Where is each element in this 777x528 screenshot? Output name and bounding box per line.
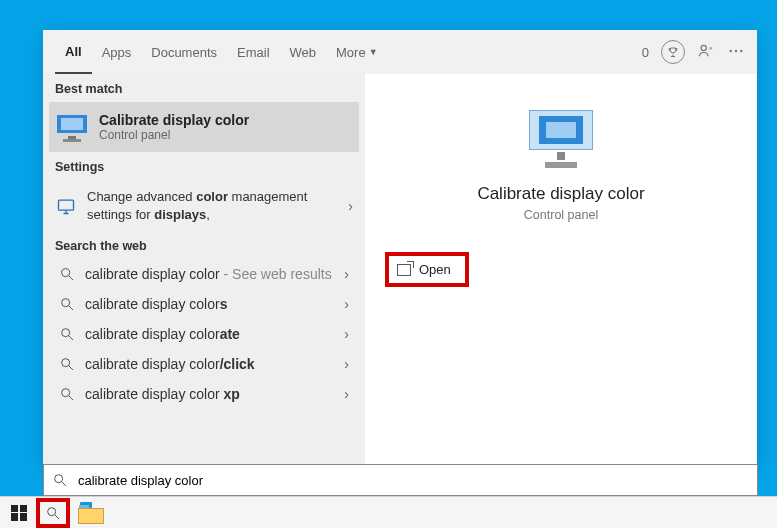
settings-result-text: Change advanced color management setting… xyxy=(87,188,338,223)
svg-point-13 xyxy=(62,389,70,397)
start-button[interactable] xyxy=(4,499,34,527)
chevron-right-icon: › xyxy=(344,266,349,282)
taskbar xyxy=(0,496,777,528)
tab-email[interactable]: Email xyxy=(227,30,280,74)
open-label: Open xyxy=(419,262,451,277)
monitor-large-icon xyxy=(529,110,593,168)
preview-title: Calibrate display color xyxy=(477,184,644,204)
svg-point-17 xyxy=(48,507,56,515)
search-icon xyxy=(52,472,68,488)
search-scope-tabs: All Apps Documents Email Web More ▼ 0 xyxy=(43,30,757,74)
svg-line-8 xyxy=(69,306,73,310)
web-result[interactable]: calibrate display color - See web result… xyxy=(43,259,365,289)
svg-point-15 xyxy=(55,475,63,483)
settings-result[interactable]: Change advanced color management setting… xyxy=(43,180,365,231)
chevron-right-icon: › xyxy=(348,198,353,214)
tab-web[interactable]: Web xyxy=(280,30,327,74)
account-icon[interactable] xyxy=(697,42,715,63)
taskbar-search-button[interactable] xyxy=(36,498,70,528)
tab-all[interactable]: All xyxy=(55,30,92,74)
svg-point-7 xyxy=(62,299,70,307)
chevron-right-icon: › xyxy=(344,356,349,372)
chevron-right-icon: › xyxy=(344,386,349,402)
svg-point-2 xyxy=(735,49,737,51)
svg-line-14 xyxy=(69,396,73,400)
rewards-trophy-icon[interactable] xyxy=(661,40,685,64)
best-match-title: Calibrate display color xyxy=(99,112,249,128)
web-result-text: calibrate display color xp xyxy=(85,386,240,402)
search-icon xyxy=(45,505,61,521)
tab-more[interactable]: More ▼ xyxy=(326,30,388,74)
svg-line-12 xyxy=(69,366,73,370)
search-icon xyxy=(59,296,75,312)
section-settings: Settings xyxy=(43,152,365,180)
result-preview-pane: Calibrate display color Control panel Op… xyxy=(365,74,757,464)
more-options-icon[interactable] xyxy=(727,42,745,63)
file-explorer-button[interactable] xyxy=(78,502,104,524)
search-icon xyxy=(59,356,75,372)
svg-line-10 xyxy=(69,336,73,340)
tab-documents[interactable]: Documents xyxy=(141,30,227,74)
svg-line-6 xyxy=(69,276,73,280)
search-icon xyxy=(59,326,75,342)
windows-logo-icon xyxy=(11,505,27,521)
search-input[interactable] xyxy=(76,472,749,489)
search-results-list: Best match Calibrate display color Contr… xyxy=(43,74,365,464)
web-result-text: calibrate display colorate xyxy=(85,326,240,342)
chevron-right-icon: › xyxy=(344,296,349,312)
search-icon xyxy=(59,386,75,402)
open-button[interactable]: Open xyxy=(385,252,469,287)
chevron-right-icon: › xyxy=(344,326,349,342)
best-match-subtitle: Control panel xyxy=(99,128,249,142)
preview-subtitle: Control panel xyxy=(524,208,598,222)
svg-point-1 xyxy=(730,49,732,51)
rewards-score: 0 xyxy=(642,45,649,60)
web-result-text: calibrate display color/click xyxy=(85,356,255,372)
svg-rect-4 xyxy=(59,200,74,210)
web-result-text: calibrate display colors xyxy=(85,296,227,312)
svg-line-16 xyxy=(62,482,66,486)
svg-line-18 xyxy=(55,515,59,519)
chevron-down-icon: ▼ xyxy=(369,47,378,57)
section-best-match: Best match xyxy=(43,74,365,102)
windows-search-panel: All Apps Documents Email Web More ▼ 0 Be… xyxy=(43,30,757,464)
web-result[interactable]: calibrate display colors› xyxy=(43,289,365,319)
section-web: Search the web xyxy=(43,231,365,259)
web-result-text: calibrate display color - See web result… xyxy=(85,266,332,282)
svg-point-0 xyxy=(701,45,706,50)
svg-point-3 xyxy=(740,49,742,51)
tab-apps[interactable]: Apps xyxy=(92,30,142,74)
svg-point-9 xyxy=(62,329,70,337)
open-icon xyxy=(397,264,411,276)
svg-point-5 xyxy=(62,269,70,277)
monitor-icon xyxy=(57,115,87,139)
search-icon xyxy=(59,266,75,282)
svg-point-11 xyxy=(62,359,70,367)
tab-more-label: More xyxy=(336,45,366,60)
web-result[interactable]: calibrate display colorate› xyxy=(43,319,365,349)
web-result[interactable]: calibrate display color xp› xyxy=(43,379,365,409)
best-match-result[interactable]: Calibrate display color Control panel xyxy=(49,102,359,152)
search-input-bar[interactable] xyxy=(43,464,758,496)
web-result[interactable]: calibrate display color/click› xyxy=(43,349,365,379)
display-settings-icon xyxy=(55,195,77,217)
